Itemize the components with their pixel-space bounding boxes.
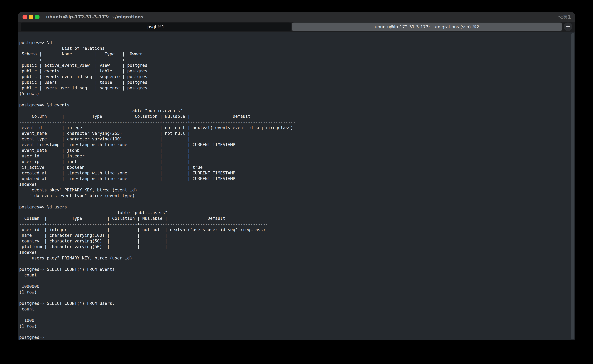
terminal-content-area[interactable]: postgres=> \d List of relations Schema |…: [18, 32, 575, 340]
minimize-button[interactable]: [29, 15, 33, 19]
new-tab-button[interactable]: +: [564, 23, 572, 31]
text-cursor: [47, 335, 47, 340]
terminal-window: ubuntu@ip-172-31-3-173: ~/migrations ⌥⌘1…: [18, 12, 575, 340]
tab-ssh-migrations[interactable]: ubuntu@ip-172-31-3-173: ~/migrations (ss…: [292, 23, 562, 31]
tab-psql[interactable]: psql ⌘1: [21, 23, 291, 31]
zoom-button[interactable]: [35, 15, 39, 19]
close-button[interactable]: [23, 15, 27, 19]
tab-bar: psql ⌘1 ubuntu@ip-172-31-3-173: ~/migrat…: [18, 22, 575, 32]
scrollbar-thumb[interactable]: [571, 33, 574, 339]
titlebar: ubuntu@ip-172-31-3-173: ~/migrations ⌥⌘1: [18, 12, 575, 22]
window-title: ubuntu@ip-172-31-3-173: ~/migrations: [46, 14, 143, 20]
terminal-output: postgres=> \d List of relations Schema |…: [19, 40, 296, 340]
keyboard-shortcut-hint: ⌥⌘1: [558, 14, 571, 20]
traffic-lights: [23, 15, 39, 19]
